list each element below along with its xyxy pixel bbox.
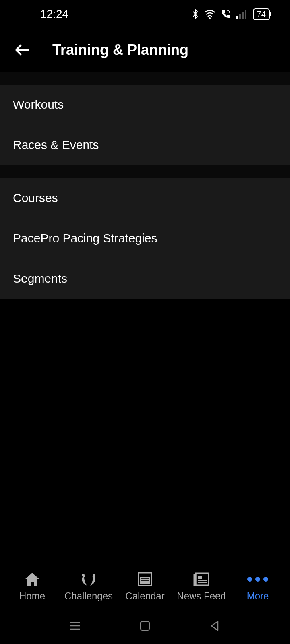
list-item-label: PacePro Pacing Strategies xyxy=(13,231,157,245)
nav-label: Challenges xyxy=(64,590,113,602)
more-icon xyxy=(247,571,268,587)
list-item-workouts[interactable]: Workouts xyxy=(0,85,290,125)
status-icons: 74 xyxy=(192,8,270,20)
page-title: Training & Planning xyxy=(52,41,188,58)
arrow-left-icon xyxy=(14,41,31,58)
svg-rect-17 xyxy=(145,580,147,581)
list-item-races-events[interactable]: Races & Events xyxy=(0,125,290,165)
bottom-nav: Home Challenges xyxy=(0,565,290,608)
section-gap xyxy=(0,165,290,178)
svg-rect-21 xyxy=(198,576,202,579)
system-recent-button[interactable] xyxy=(65,616,85,636)
system-back-button[interactable] xyxy=(205,616,225,636)
triangle-left-icon xyxy=(209,620,220,632)
svg-rect-3 xyxy=(242,12,244,19)
nav-label: More xyxy=(247,590,269,602)
wifi-icon xyxy=(204,9,216,19)
status-time: 12:24 xyxy=(40,8,68,21)
svg-rect-1 xyxy=(236,16,238,19)
news-icon xyxy=(193,571,210,587)
list-item-label: Workouts xyxy=(13,98,64,111)
nav-newsfeed[interactable]: News Feed xyxy=(173,571,230,602)
svg-rect-19 xyxy=(196,573,209,585)
system-nav xyxy=(0,608,290,644)
nav-label: Calendar xyxy=(125,590,164,602)
svg-rect-2 xyxy=(239,14,241,19)
laurel-icon xyxy=(80,571,97,587)
nav-challenges[interactable]: Challenges xyxy=(60,571,117,602)
svg-rect-29 xyxy=(141,621,149,630)
list-item-pacepro[interactable]: PacePro Pacing Strategies xyxy=(0,218,290,258)
system-home-button[interactable] xyxy=(135,616,155,636)
signal-icon xyxy=(236,9,248,19)
list-item-segments[interactable]: Segments xyxy=(0,258,290,299)
list-item-label: Courses xyxy=(13,191,58,205)
svg-rect-4 xyxy=(245,10,246,19)
status-bar: 12:24 xyxy=(0,0,290,28)
svg-rect-14 xyxy=(147,578,149,579)
menu-icon xyxy=(69,620,82,632)
section-gap xyxy=(0,72,290,85)
section-2: Courses PacePro Pacing Strategies Segmen… xyxy=(0,178,290,299)
battery-icon: 74 xyxy=(253,8,270,20)
section-1: Workouts Races & Events xyxy=(0,85,290,165)
back-button[interactable] xyxy=(12,40,32,60)
svg-rect-16 xyxy=(143,580,145,581)
list-item-courses[interactable]: Courses xyxy=(0,178,290,218)
svg-rect-13 xyxy=(145,578,147,579)
list-item-label: Races & Events xyxy=(13,138,99,152)
svg-point-6 xyxy=(92,573,95,578)
svg-rect-12 xyxy=(143,578,145,579)
calendar-icon xyxy=(137,571,153,587)
svg-rect-11 xyxy=(141,578,143,579)
phone-icon xyxy=(221,9,231,19)
nav-label: News Feed xyxy=(177,590,226,602)
header: Training & Planning xyxy=(0,28,290,72)
svg-point-0 xyxy=(209,17,211,19)
svg-rect-15 xyxy=(141,580,143,581)
square-icon xyxy=(139,620,151,632)
nav-home[interactable]: Home xyxy=(4,571,60,602)
nav-label: Home xyxy=(19,590,45,602)
list-item-label: Segments xyxy=(13,272,67,285)
svg-rect-18 xyxy=(147,580,149,581)
content: Workouts Races & Events Courses PacePro … xyxy=(0,72,290,299)
home-icon xyxy=(24,571,40,587)
nav-calendar[interactable]: Calendar xyxy=(117,571,173,602)
svg-point-5 xyxy=(81,573,85,578)
nav-more[interactable]: More xyxy=(230,571,286,602)
bluetooth-icon xyxy=(192,8,199,20)
svg-rect-20 xyxy=(194,575,196,585)
battery-level: 74 xyxy=(257,10,266,19)
